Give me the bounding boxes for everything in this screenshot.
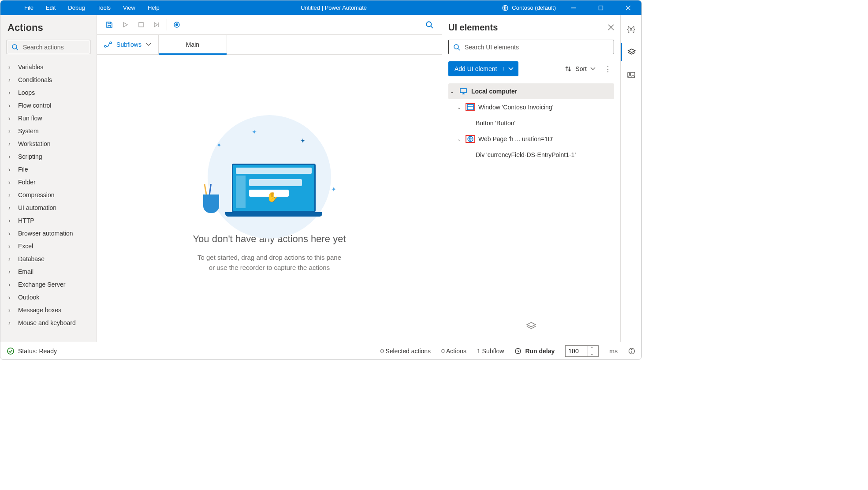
add-ui-element-label: Add UI element (448, 65, 503, 72)
actions-category-label: HTTP (18, 217, 34, 224)
tree-node-window[interactable]: ⌄ Window 'Contoso Invoicing' (448, 99, 614, 115)
actions-category-workstation[interactable]: ›Workstation (7, 137, 90, 150)
more-options-button[interactable]: ⋮ (602, 64, 614, 74)
menu-help[interactable]: Help (142, 0, 166, 15)
menu-file[interactable]: File (18, 0, 40, 15)
menu-debug[interactable]: Debug (62, 0, 91, 15)
tree-node-button[interactable]: Button 'Button' (448, 115, 614, 131)
actions-category-compression[interactable]: ›Compression (7, 188, 90, 201)
actions-search-input[interactable]: Search actions (7, 40, 90, 54)
recorder-button[interactable] (169, 15, 185, 35)
add-ui-element-dropdown[interactable] (503, 67, 518, 71)
minimize-button[interactable] (564, 0, 583, 15)
actions-category-loops[interactable]: ›Loops (7, 86, 90, 99)
maximize-button[interactable] (591, 0, 611, 15)
actions-panel: Actions Search actions ›Variables›Condit… (0, 15, 97, 342)
actions-category-outlook[interactable]: ›Outlook (7, 291, 90, 303)
rail-ui-elements-button[interactable] (621, 43, 642, 61)
svg-point-13 (104, 45, 106, 47)
actions-category-excel[interactable]: ›Excel (7, 239, 90, 252)
svg-rect-19 (460, 89, 466, 93)
svg-rect-7 (139, 22, 143, 27)
run-button[interactable] (117, 15, 133, 35)
close-panel-button[interactable] (608, 24, 614, 30)
chevron-right-icon: › (8, 230, 14, 237)
actions-category-http[interactable]: ›HTTP (7, 214, 90, 227)
tree-node-div[interactable]: Div 'currencyField-DS-EntryPoint1-1' (448, 147, 614, 163)
actions-category-system[interactable]: ›System (7, 124, 90, 137)
tree-node-window-label: Window 'Contoso Invoicing' (478, 104, 553, 111)
menu-tools[interactable]: Tools (91, 0, 117, 15)
actions-panel-title: Actions (7, 22, 90, 34)
actions-category-run-flow[interactable]: ›Run flow (7, 112, 90, 124)
actions-category-file[interactable]: ›File (7, 163, 90, 176)
run-delay-value[interactable] (566, 348, 588, 355)
svg-rect-2 (599, 6, 603, 10)
actions-category-conditionals[interactable]: ›Conditionals (7, 73, 90, 86)
environment-picker[interactable]: Contoso (default) (502, 4, 556, 11)
actions-category-browser-automation[interactable]: ›Browser automation (7, 227, 90, 239)
actions-category-exchange-server[interactable]: ›Exchange Server (7, 278, 90, 291)
subflows-dropdown[interactable]: Subflows (97, 35, 159, 54)
chevron-right-icon: › (8, 166, 14, 173)
actions-category-label: Outlook (18, 294, 39, 301)
chevron-right-icon: › (8, 255, 14, 262)
run-delay-input[interactable]: ⌃⌄ (565, 345, 599, 357)
designer-area: Subflows Main ✦ ✦ ✦ ✦ ✦ (97, 15, 442, 342)
rail-variables-button[interactable]: {x} (621, 20, 642, 38)
sort-icon (565, 65, 572, 72)
tree-root-local-computer[interactable]: ⌄ Local computer (448, 83, 614, 99)
rail-images-button[interactable] (621, 66, 642, 84)
step-button[interactable] (149, 15, 165, 35)
save-button[interactable] (101, 15, 117, 35)
actions-category-label: Mouse and keyboard (18, 319, 76, 326)
run-delay-spinner[interactable]: ⌃⌄ (588, 346, 596, 356)
actions-category-label: Flow control (18, 102, 51, 109)
svg-line-12 (431, 26, 433, 28)
actions-category-variables[interactable]: ›Variables (7, 60, 90, 73)
close-button[interactable] (618, 0, 638, 15)
tab-main-label: Main (186, 41, 199, 48)
search-icon (453, 44, 460, 51)
menu-edit[interactable]: Edit (40, 0, 62, 15)
titlebar: File Edit Debug Tools View Help Untitled… (0, 0, 641, 15)
search-flow-button[interactable] (421, 15, 437, 35)
window-title: Untitled | Power Automate (166, 4, 502, 11)
chevron-right-icon: › (8, 89, 14, 96)
actions-category-label: File (18, 166, 28, 173)
actions-category-folder[interactable]: ›Folder (7, 176, 90, 188)
svg-point-11 (426, 22, 431, 26)
tree-root-label: Local computer (471, 88, 517, 95)
actions-category-ui-automation[interactable]: ›UI automation (7, 201, 90, 214)
actions-category-scripting[interactable]: ›Scripting (7, 150, 90, 163)
actions-search-placeholder: Search actions (23, 44, 64, 51)
svg-point-26 (629, 74, 630, 75)
info-icon[interactable] (628, 348, 635, 355)
actions-category-flow-control[interactable]: ›Flow control (7, 99, 90, 112)
add-ui-element-button[interactable]: Add UI element (448, 61, 518, 76)
status-ok-icon (7, 347, 15, 355)
actions-category-email[interactable]: ›Email (7, 265, 90, 278)
actions-category-label: Run flow (18, 115, 42, 122)
flow-canvas[interactable]: ✦ ✦ ✦ ✦ ✦ ✋ You don't (97, 55, 442, 342)
sort-label: Sort (575, 65, 587, 72)
ui-elements-search-input[interactable]: Search UI elements (448, 40, 614, 54)
chevron-down-icon: ⌄ (457, 136, 462, 142)
menu-view[interactable]: View (117, 0, 142, 15)
actions-category-mouse-and-keyboard[interactable]: ›Mouse and keyboard (7, 316, 90, 329)
sort-button[interactable]: Sort (565, 65, 596, 72)
tree-node-webpage[interactable]: ⌄ Web Page 'h ... uration=1D' (448, 131, 614, 147)
stop-button[interactable] (133, 15, 149, 35)
actions-category-message-boxes[interactable]: ›Message boxes (7, 303, 90, 316)
chevron-right-icon: › (8, 191, 14, 198)
window-icon (466, 104, 475, 111)
actions-category-label: Compression (18, 191, 54, 198)
chevron-down-icon (590, 67, 596, 71)
actions-category-database[interactable]: ›Database (7, 252, 90, 265)
chevron-right-icon: › (8, 115, 14, 122)
actions-category-label: System (18, 127, 39, 135)
menu-bar: File Edit Debug Tools View Help (0, 0, 166, 15)
tree-node-div-label: Div 'currencyField-DS-EntryPoint1-1' (476, 151, 576, 158)
svg-point-31 (631, 349, 632, 349)
tab-main[interactable]: Main (159, 35, 227, 54)
